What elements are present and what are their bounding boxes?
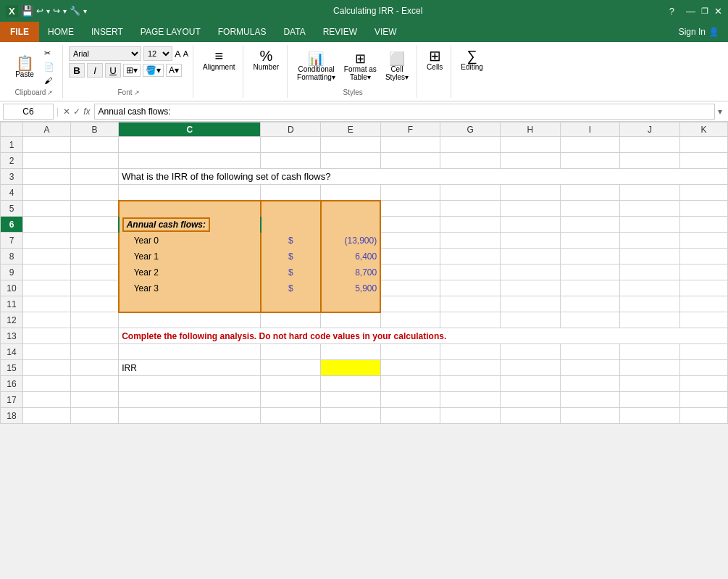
cell-b14[interactable] <box>71 344 119 360</box>
increase-font-icon[interactable]: A <box>175 49 181 59</box>
col-header-k[interactable]: K <box>679 122 727 137</box>
cell-g15[interactable] <box>440 360 501 376</box>
cell-g5[interactable] <box>440 201 501 217</box>
cell-h17[interactable] <box>500 392 560 408</box>
cell-d9[interactable]: $ <box>261 264 321 280</box>
cell-j12[interactable] <box>620 312 680 328</box>
cell-f5[interactable] <box>380 201 440 217</box>
cell-h9[interactable] <box>500 264 560 280</box>
cell-c14[interactable] <box>119 344 261 360</box>
confirm-icon[interactable]: ✓ <box>73 107 80 117</box>
cell-g17[interactable] <box>440 392 501 408</box>
conditional-formatting-button[interactable]: 📊 ConditionalFormatting▾ <box>293 50 339 83</box>
cell-j11[interactable] <box>620 296 680 312</box>
cell-g6[interactable] <box>440 217 501 233</box>
font-size-select[interactable]: 12 <box>143 46 172 61</box>
cell-e8[interactable]: 6,400 <box>321 249 381 264</box>
cell-f9[interactable] <box>380 264 440 280</box>
cell-e4[interactable] <box>321 185 381 201</box>
cell-c7[interactable]: Year 0 <box>119 233 261 249</box>
cell-b13[interactable] <box>71 328 119 344</box>
help-icon[interactable]: ? <box>669 6 674 17</box>
save-icon[interactable]: 💾 <box>21 5 33 17</box>
cell-f1[interactable] <box>380 137 440 153</box>
cell-i15[interactable] <box>560 360 620 376</box>
cell-c17[interactable] <box>119 392 261 408</box>
bold-button[interactable]: B <box>69 63 85 78</box>
redo-icon[interactable]: ↪ <box>53 6 60 16</box>
copy-button[interactable]: 📄 <box>41 61 58 73</box>
cell-e1[interactable] <box>321 137 381 153</box>
cell-b8[interactable] <box>71 249 119 264</box>
cell-j7[interactable] <box>620 233 680 249</box>
underline-button[interactable]: U <box>105 63 121 78</box>
decrease-font-icon[interactable]: A <box>183 49 188 58</box>
cell-d17[interactable] <box>261 392 321 408</box>
cell-h2[interactable] <box>500 153 560 169</box>
cell-k7[interactable] <box>679 233 727 249</box>
editing-button[interactable]: ∑ Editing <box>457 46 487 73</box>
cell-i2[interactable] <box>560 153 620 169</box>
format-as-table-button[interactable]: ⊞ Format asTable▾ <box>340 50 380 83</box>
cell-e16[interactable] <box>321 376 381 392</box>
cell-h5[interactable] <box>500 201 560 217</box>
cell-j17[interactable] <box>620 392 680 408</box>
col-header-c[interactable]: C <box>119 122 261 137</box>
cell-b18[interactable] <box>71 408 119 424</box>
cell-j9[interactable] <box>620 264 680 280</box>
cell-a2[interactable] <box>22 153 70 169</box>
minimize-icon[interactable]: — <box>686 6 695 17</box>
cell-f2[interactable] <box>380 153 440 169</box>
cell-d16[interactable] <box>261 376 321 392</box>
cell-j6[interactable] <box>620 217 680 233</box>
cell-g4[interactable] <box>440 185 501 201</box>
cell-i14[interactable] <box>560 344 620 360</box>
cell-c3[interactable]: What is the IRR of the following set of … <box>119 169 728 185</box>
cell-c5[interactable] <box>119 201 261 217</box>
cell-k18[interactable] <box>679 408 727 424</box>
cell-e2[interactable] <box>321 153 381 169</box>
cell-d2[interactable] <box>261 153 321 169</box>
cell-b6[interactable] <box>71 217 119 233</box>
cell-j14[interactable] <box>620 344 680 360</box>
font-expand-icon[interactable]: ↗ <box>134 89 140 96</box>
cell-c11[interactable] <box>119 296 261 312</box>
cell-a5[interactable] <box>22 201 70 217</box>
cell-a11[interactable] <box>22 296 70 312</box>
cell-h10[interactable] <box>500 280 560 296</box>
col-header-j[interactable]: J <box>620 122 680 137</box>
cell-a17[interactable] <box>22 392 70 408</box>
cell-f10[interactable] <box>380 280 440 296</box>
cell-d15[interactable] <box>261 360 321 376</box>
cell-b12[interactable] <box>71 312 119 328</box>
cell-f14[interactable] <box>380 344 440 360</box>
clipboard-expand-icon[interactable]: ↗ <box>47 89 53 96</box>
cell-k15[interactable] <box>679 360 727 376</box>
cell-k6[interactable] <box>679 217 727 233</box>
cell-a13[interactable] <box>22 328 70 344</box>
cell-b10[interactable] <box>71 280 119 296</box>
col-header-a[interactable]: A <box>22 122 70 137</box>
cell-g9[interactable] <box>440 264 501 280</box>
cell-a12[interactable] <box>22 312 70 328</box>
alignment-button[interactable]: ≡ Alignment <box>199 46 238 73</box>
number-button[interactable]: % Number <box>249 46 283 73</box>
cell-h1[interactable] <box>500 137 560 153</box>
cell-g16[interactable] <box>440 376 501 392</box>
customize-icon[interactable]: 🔧 <box>70 6 80 16</box>
cell-j10[interactable] <box>620 280 680 296</box>
cell-h14[interactable] <box>500 344 560 360</box>
col-header-b[interactable]: B <box>71 122 119 137</box>
cell-k16[interactable] <box>679 376 727 392</box>
undo-icon[interactable]: ↩ <box>36 6 43 16</box>
cell-c4[interactable] <box>119 185 261 201</box>
cell-f8[interactable] <box>380 249 440 264</box>
cell-i1[interactable] <box>560 137 620 153</box>
cell-e5[interactable] <box>321 201 381 217</box>
cut-button[interactable]: ✂ <box>41 47 58 59</box>
formula-input[interactable]: Annual cash flows: <box>94 104 715 120</box>
cell-i11[interactable] <box>560 296 620 312</box>
cell-c9[interactable]: Year 2 <box>119 264 261 280</box>
cell-k10[interactable] <box>679 280 727 296</box>
cell-d18[interactable] <box>261 408 321 424</box>
